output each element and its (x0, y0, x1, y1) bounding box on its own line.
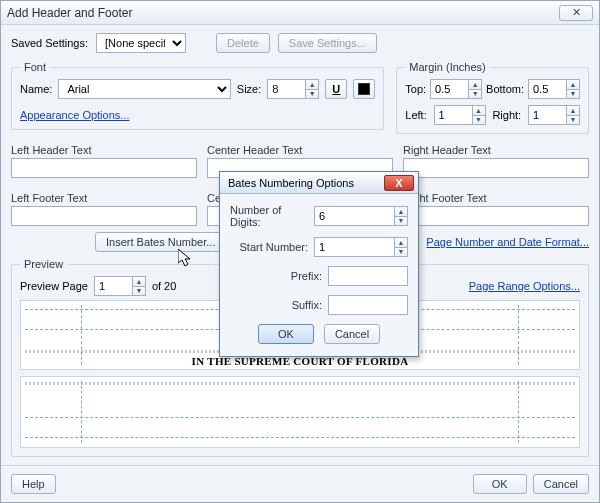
modal-titlebar: Bates Numbering Options X (220, 172, 418, 194)
font-color-button[interactable] (353, 79, 375, 99)
start-number-spinner[interactable]: ▲▼ (314, 237, 408, 257)
left-footer-label: Left Footer Text (11, 192, 197, 204)
saved-settings-select[interactable]: [None specified] (96, 33, 186, 53)
font-size-label: Size: (237, 83, 261, 95)
font-name-select[interactable]: Arial (58, 79, 230, 99)
cancel-button[interactable]: Cancel (533, 474, 589, 494)
margin-bottom-label: Bottom: (486, 83, 524, 95)
modal-title: Bates Numbering Options (228, 177, 354, 189)
saved-settings-label: Saved Settings: (11, 37, 88, 49)
prefix-label: Prefix: (291, 270, 322, 282)
underline-icon: U (332, 83, 340, 95)
left-header-label: Left Header Text (11, 144, 197, 156)
left-header-input[interactable] (11, 158, 197, 178)
font-name-label: Name: (20, 83, 52, 95)
font-size-input[interactable] (267, 79, 305, 99)
right-header-label: Right Header Text (403, 144, 589, 156)
appearance-options-link[interactable]: Appearance Options... (20, 109, 129, 121)
right-footer-label: Right Footer Text (403, 192, 589, 204)
page-number-date-format-link[interactable]: Page Number and Date Format... (426, 236, 589, 248)
modal-cancel-button[interactable]: Cancel (324, 324, 380, 344)
chevron-down-icon[interactable]: ▼ (305, 89, 319, 100)
color-swatch-icon (358, 83, 370, 95)
margin-right-spinner[interactable]: ▲▼ (528, 105, 580, 125)
close-icon: ✕ (572, 6, 581, 19)
save-settings-button[interactable]: Save Settings... (278, 33, 377, 53)
dialog-add-header-footer: Add Header and Footer ✕ Saved Settings: … (0, 0, 600, 503)
preview-page-spinner[interactable]: ▲▼ (94, 276, 146, 296)
right-header-input[interactable] (403, 158, 589, 178)
bottom-bar: Help OK Cancel (1, 465, 599, 502)
center-header-label: Center Header Text (207, 144, 393, 156)
preview-page-label: Preview Page (20, 280, 88, 292)
prefix-input[interactable] (328, 266, 408, 286)
close-icon: X (395, 177, 402, 189)
window-close-button[interactable]: ✕ (559, 5, 593, 21)
start-number-label: Start Number: (240, 241, 308, 253)
suffix-input[interactable] (328, 295, 408, 315)
preview-footer-area (20, 376, 580, 448)
titlebar: Add Header and Footer ✕ (1, 1, 599, 25)
help-button[interactable]: Help (11, 474, 56, 494)
font-group: Font Name: Arial Size: ▲▼ U (11, 61, 384, 130)
font-legend: Font (20, 61, 50, 73)
margin-bottom-spinner[interactable]: ▲▼ (528, 79, 580, 99)
num-digits-spinner[interactable]: ▲▼ (314, 206, 408, 226)
margin-top-spinner[interactable]: ▲▼ (430, 79, 482, 99)
ok-button[interactable]: OK (473, 474, 527, 494)
underline-button[interactable]: U (325, 79, 347, 99)
margin-left-spinner[interactable]: ▲▼ (434, 105, 486, 125)
page-range-options-link[interactable]: Page Range Options... (469, 280, 580, 292)
margin-left-label: Left: (405, 109, 426, 121)
window-title: Add Header and Footer (7, 6, 132, 20)
right-footer-input[interactable] (403, 206, 589, 226)
bates-numbering-options-dialog: Bates Numbering Options X Number of Digi… (219, 171, 419, 357)
suffix-label: Suffix: (292, 299, 322, 311)
modal-ok-button[interactable]: OK (258, 324, 314, 344)
insert-bates-number-button[interactable]: Insert Bates Number... (95, 232, 226, 252)
chevron-up-icon[interactable]: ▲ (305, 79, 319, 89)
margin-right-label: Right: (492, 109, 521, 121)
margin-legend: Margin (Inches) (405, 61, 489, 73)
left-footer-input[interactable] (11, 206, 197, 226)
margin-group: Margin (Inches) Top: ▲▼ Bottom: ▲▼ Left:… (396, 61, 589, 134)
margin-top-label: Top: (405, 83, 426, 95)
delete-button[interactable]: Delete (216, 33, 270, 53)
font-size-spinner[interactable]: ▲▼ (267, 79, 319, 99)
preview-of-label: of 20 (152, 280, 176, 292)
num-digits-label: Number of Digits: (230, 204, 308, 228)
modal-close-button[interactable]: X (384, 175, 414, 191)
preview-legend: Preview (20, 258, 67, 270)
